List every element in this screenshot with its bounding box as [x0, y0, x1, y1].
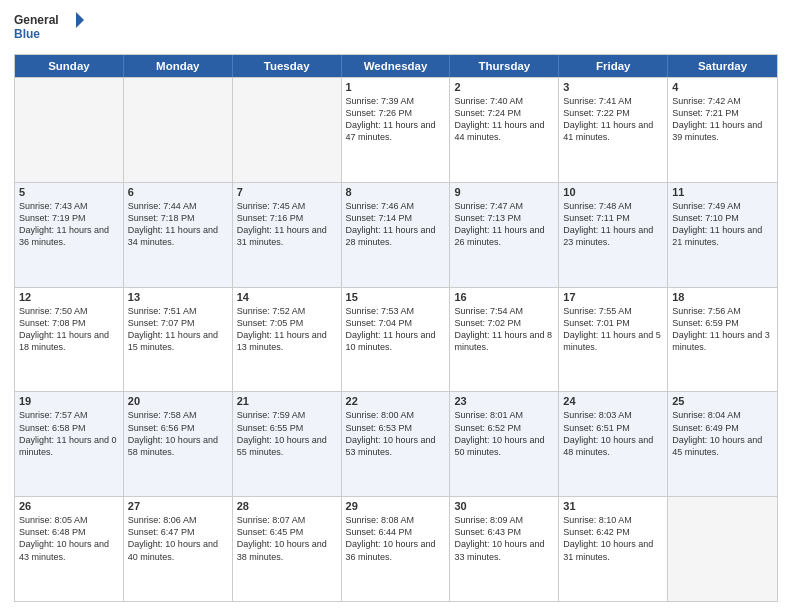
svg-text:General: General — [14, 13, 59, 27]
cell-text-6: Sunrise: 7:44 AMSunset: 7:18 PMDaylight:… — [128, 200, 228, 249]
cell-day-2: 2Sunrise: 7:40 AMSunset: 7:24 PMDaylight… — [450, 78, 559, 182]
cell-day-11: 11Sunrise: 7:49 AMSunset: 7:10 PMDayligh… — [668, 183, 777, 287]
svg-marker-2 — [76, 12, 84, 28]
cell-day-5: 5Sunrise: 7:43 AMSunset: 7:19 PMDaylight… — [15, 183, 124, 287]
cell-text-29: Sunrise: 8:08 AMSunset: 6:44 PMDaylight:… — [346, 514, 446, 563]
cell-day-26: 26Sunrise: 8:05 AMSunset: 6:48 PMDayligh… — [15, 497, 124, 601]
day-number-2: 2 — [454, 81, 554, 93]
calendar-row-5: 26Sunrise: 8:05 AMSunset: 6:48 PMDayligh… — [15, 496, 777, 601]
day-number-20: 20 — [128, 395, 228, 407]
cell-text-26: Sunrise: 8:05 AMSunset: 6:48 PMDaylight:… — [19, 514, 119, 563]
cell-day-12: 12Sunrise: 7:50 AMSunset: 7:08 PMDayligh… — [15, 288, 124, 392]
day-number-15: 15 — [346, 291, 446, 303]
logo-svg: General Blue — [14, 10, 84, 46]
day-number-16: 16 — [454, 291, 554, 303]
cell-day-24: 24Sunrise: 8:03 AMSunset: 6:51 PMDayligh… — [559, 392, 668, 496]
cell-text-10: Sunrise: 7:48 AMSunset: 7:11 PMDaylight:… — [563, 200, 663, 249]
day-number-24: 24 — [563, 395, 663, 407]
day-number-13: 13 — [128, 291, 228, 303]
cell-day-31: 31Sunrise: 8:10 AMSunset: 6:42 PMDayligh… — [559, 497, 668, 601]
calendar-header: SundayMondayTuesdayWednesdayThursdayFrid… — [15, 55, 777, 77]
cell-text-3: Sunrise: 7:41 AMSunset: 7:22 PMDaylight:… — [563, 95, 663, 144]
cell-text-1: Sunrise: 7:39 AMSunset: 7:26 PMDaylight:… — [346, 95, 446, 144]
day-number-27: 27 — [128, 500, 228, 512]
day-number-6: 6 — [128, 186, 228, 198]
cell-day-30: 30Sunrise: 8:09 AMSunset: 6:43 PMDayligh… — [450, 497, 559, 601]
svg-text:Blue: Blue — [14, 27, 40, 41]
cell-empty-0-1 — [124, 78, 233, 182]
cell-text-11: Sunrise: 7:49 AMSunset: 7:10 PMDaylight:… — [672, 200, 773, 249]
calendar-row-2: 5Sunrise: 7:43 AMSunset: 7:19 PMDaylight… — [15, 182, 777, 287]
cell-text-19: Sunrise: 7:57 AMSunset: 6:58 PMDaylight:… — [19, 409, 119, 458]
day-number-19: 19 — [19, 395, 119, 407]
header-day-wednesday: Wednesday — [342, 55, 451, 77]
day-number-29: 29 — [346, 500, 446, 512]
header: General Blue — [14, 10, 778, 46]
cell-day-16: 16Sunrise: 7:54 AMSunset: 7:02 PMDayligh… — [450, 288, 559, 392]
cell-text-5: Sunrise: 7:43 AMSunset: 7:19 PMDaylight:… — [19, 200, 119, 249]
day-number-11: 11 — [672, 186, 773, 198]
cell-text-18: Sunrise: 7:56 AMSunset: 6:59 PMDaylight:… — [672, 305, 773, 354]
cell-empty-0-2 — [233, 78, 342, 182]
cell-day-23: 23Sunrise: 8:01 AMSunset: 6:52 PMDayligh… — [450, 392, 559, 496]
cell-day-4: 4Sunrise: 7:42 AMSunset: 7:21 PMDaylight… — [668, 78, 777, 182]
cell-empty-0-0 — [15, 78, 124, 182]
calendar-body: 1Sunrise: 7:39 AMSunset: 7:26 PMDaylight… — [15, 77, 777, 601]
cell-day-8: 8Sunrise: 7:46 AMSunset: 7:14 PMDaylight… — [342, 183, 451, 287]
cell-text-28: Sunrise: 8:07 AMSunset: 6:45 PMDaylight:… — [237, 514, 337, 563]
day-number-31: 31 — [563, 500, 663, 512]
cell-text-9: Sunrise: 7:47 AMSunset: 7:13 PMDaylight:… — [454, 200, 554, 249]
calendar-row-1: 1Sunrise: 7:39 AMSunset: 7:26 PMDaylight… — [15, 77, 777, 182]
cell-text-24: Sunrise: 8:03 AMSunset: 6:51 PMDaylight:… — [563, 409, 663, 458]
header-day-monday: Monday — [124, 55, 233, 77]
day-number-12: 12 — [19, 291, 119, 303]
cell-text-31: Sunrise: 8:10 AMSunset: 6:42 PMDaylight:… — [563, 514, 663, 563]
header-day-thursday: Thursday — [450, 55, 559, 77]
cell-day-1: 1Sunrise: 7:39 AMSunset: 7:26 PMDaylight… — [342, 78, 451, 182]
cell-text-7: Sunrise: 7:45 AMSunset: 7:16 PMDaylight:… — [237, 200, 337, 249]
header-day-sunday: Sunday — [15, 55, 124, 77]
cell-day-17: 17Sunrise: 7:55 AMSunset: 7:01 PMDayligh… — [559, 288, 668, 392]
day-number-8: 8 — [346, 186, 446, 198]
calendar-row-3: 12Sunrise: 7:50 AMSunset: 7:08 PMDayligh… — [15, 287, 777, 392]
cell-day-7: 7Sunrise: 7:45 AMSunset: 7:16 PMDaylight… — [233, 183, 342, 287]
cell-text-21: Sunrise: 7:59 AMSunset: 6:55 PMDaylight:… — [237, 409, 337, 458]
cell-empty-4-6 — [668, 497, 777, 601]
day-number-26: 26 — [19, 500, 119, 512]
cell-text-4: Sunrise: 7:42 AMSunset: 7:21 PMDaylight:… — [672, 95, 773, 144]
cell-day-9: 9Sunrise: 7:47 AMSunset: 7:13 PMDaylight… — [450, 183, 559, 287]
day-number-14: 14 — [237, 291, 337, 303]
cell-text-14: Sunrise: 7:52 AMSunset: 7:05 PMDaylight:… — [237, 305, 337, 354]
day-number-25: 25 — [672, 395, 773, 407]
cell-day-20: 20Sunrise: 7:58 AMSunset: 6:56 PMDayligh… — [124, 392, 233, 496]
cell-text-13: Sunrise: 7:51 AMSunset: 7:07 PMDaylight:… — [128, 305, 228, 354]
header-day-friday: Friday — [559, 55, 668, 77]
day-number-21: 21 — [237, 395, 337, 407]
day-number-7: 7 — [237, 186, 337, 198]
day-number-30: 30 — [454, 500, 554, 512]
cell-day-3: 3Sunrise: 7:41 AMSunset: 7:22 PMDaylight… — [559, 78, 668, 182]
calendar-row-4: 19Sunrise: 7:57 AMSunset: 6:58 PMDayligh… — [15, 391, 777, 496]
cell-text-8: Sunrise: 7:46 AMSunset: 7:14 PMDaylight:… — [346, 200, 446, 249]
cell-text-27: Sunrise: 8:06 AMSunset: 6:47 PMDaylight:… — [128, 514, 228, 563]
day-number-23: 23 — [454, 395, 554, 407]
day-number-4: 4 — [672, 81, 773, 93]
cell-day-19: 19Sunrise: 7:57 AMSunset: 6:58 PMDayligh… — [15, 392, 124, 496]
cell-text-15: Sunrise: 7:53 AMSunset: 7:04 PMDaylight:… — [346, 305, 446, 354]
cell-text-23: Sunrise: 8:01 AMSunset: 6:52 PMDaylight:… — [454, 409, 554, 458]
cell-text-2: Sunrise: 7:40 AMSunset: 7:24 PMDaylight:… — [454, 95, 554, 144]
day-number-10: 10 — [563, 186, 663, 198]
day-number-22: 22 — [346, 395, 446, 407]
cell-day-10: 10Sunrise: 7:48 AMSunset: 7:11 PMDayligh… — [559, 183, 668, 287]
cell-day-25: 25Sunrise: 8:04 AMSunset: 6:49 PMDayligh… — [668, 392, 777, 496]
cell-text-17: Sunrise: 7:55 AMSunset: 7:01 PMDaylight:… — [563, 305, 663, 354]
logo: General Blue — [14, 10, 84, 46]
cell-day-13: 13Sunrise: 7:51 AMSunset: 7:07 PMDayligh… — [124, 288, 233, 392]
day-number-9: 9 — [454, 186, 554, 198]
calendar: SundayMondayTuesdayWednesdayThursdayFrid… — [14, 54, 778, 602]
cell-text-16: Sunrise: 7:54 AMSunset: 7:02 PMDaylight:… — [454, 305, 554, 354]
day-number-17: 17 — [563, 291, 663, 303]
header-day-tuesday: Tuesday — [233, 55, 342, 77]
cell-day-22: 22Sunrise: 8:00 AMSunset: 6:53 PMDayligh… — [342, 392, 451, 496]
day-number-18: 18 — [672, 291, 773, 303]
